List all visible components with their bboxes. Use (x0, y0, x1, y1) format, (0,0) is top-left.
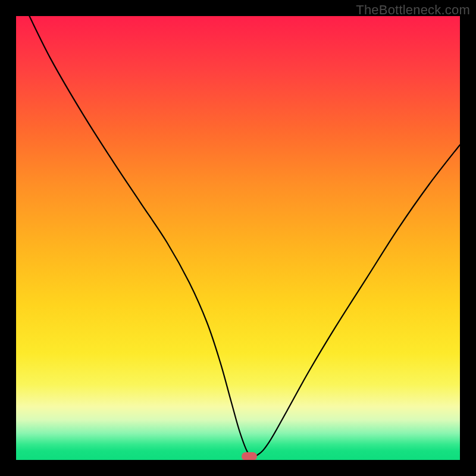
chart-frame: TheBottleneck.com (0, 0, 476, 476)
watermark-text: TheBottleneck.com (356, 2, 470, 18)
bottleneck-curve (16, 16, 460, 460)
optimal-point-marker (242, 452, 257, 460)
plot-area (16, 16, 460, 460)
curve-path (29, 16, 460, 457)
